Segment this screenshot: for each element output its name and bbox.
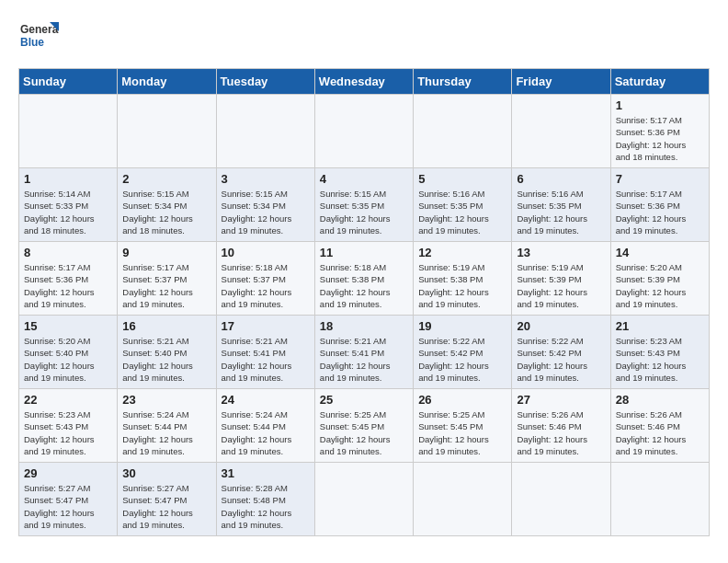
day-number: 1 xyxy=(616,98,704,112)
day-number: 21 xyxy=(616,319,704,333)
day-number: 10 xyxy=(222,246,310,259)
calendar-cell: 3Sunrise: 5:15 AM Sunset: 5:34 PM Daylig… xyxy=(216,168,314,242)
day-info: Sunrise: 5:22 AM Sunset: 5:42 PM Dayligh… xyxy=(418,335,506,384)
day-info: Sunrise: 5:19 AM Sunset: 5:38 PM Dayligh… xyxy=(418,261,506,310)
day-number: 19 xyxy=(418,319,506,333)
page-header: General Blue xyxy=(18,18,710,59)
day-info: Sunrise: 5:26 AM Sunset: 5:46 PM Dayligh… xyxy=(616,408,704,457)
day-header-saturday: Saturday xyxy=(610,69,709,95)
day-info: Sunrise: 5:17 AM Sunset: 5:36 PM Dayligh… xyxy=(616,188,704,236)
calendar-cell: 13Sunrise: 5:19 AM Sunset: 5:39 PM Dayli… xyxy=(512,242,610,316)
day-info: Sunrise: 5:21 AM Sunset: 5:41 PM Dayligh… xyxy=(320,335,408,384)
day-info: Sunrise: 5:18 AM Sunset: 5:37 PM Dayligh… xyxy=(222,261,310,310)
calendar-cell xyxy=(314,95,413,168)
day-number: 18 xyxy=(320,319,408,333)
day-number: 20 xyxy=(517,319,605,333)
day-info: Sunrise: 5:24 AM Sunset: 5:44 PM Dayligh… xyxy=(222,408,310,457)
day-number: 15 xyxy=(24,319,112,333)
day-header-friday: Friday xyxy=(512,69,610,95)
day-number: 6 xyxy=(517,172,605,186)
calendar-week-row: 15Sunrise: 5:20 AM Sunset: 5:40 PM Dayli… xyxy=(19,316,710,389)
calendar-cell: 31Sunrise: 5:28 AM Sunset: 5:48 PM Dayli… xyxy=(216,463,314,536)
day-info: Sunrise: 5:28 AM Sunset: 5:48 PM Dayligh… xyxy=(222,482,310,531)
day-number: 14 xyxy=(616,246,704,259)
day-info: Sunrise: 5:22 AM Sunset: 5:42 PM Dayligh… xyxy=(517,335,605,384)
day-info: Sunrise: 5:19 AM Sunset: 5:39 PM Dayligh… xyxy=(517,261,605,310)
day-number: 1 xyxy=(24,172,112,186)
day-number: 3 xyxy=(222,172,310,186)
calendar-cell: 17Sunrise: 5:21 AM Sunset: 5:41 PM Dayli… xyxy=(216,316,314,389)
day-info: Sunrise: 5:17 AM Sunset: 5:36 PM Dayligh… xyxy=(24,261,112,310)
calendar-cell xyxy=(19,95,118,168)
day-number: 30 xyxy=(122,466,210,480)
calendar-cell: 14Sunrise: 5:20 AM Sunset: 5:39 PM Dayli… xyxy=(610,242,709,316)
calendar-week-row: 29Sunrise: 5:27 AM Sunset: 5:47 PM Dayli… xyxy=(19,463,710,536)
day-info: Sunrise: 5:17 AM Sunset: 5:37 PM Dayligh… xyxy=(122,261,210,310)
day-header-thursday: Thursday xyxy=(414,69,512,95)
calendar-cell: 16Sunrise: 5:21 AM Sunset: 5:40 PM Dayli… xyxy=(118,316,216,389)
calendar-cell: 22Sunrise: 5:23 AM Sunset: 5:43 PM Dayli… xyxy=(19,389,118,463)
day-number: 8 xyxy=(24,246,112,259)
day-info: Sunrise: 5:24 AM Sunset: 5:44 PM Dayligh… xyxy=(122,408,210,457)
calendar-cell xyxy=(610,463,709,536)
calendar-cell xyxy=(512,95,610,168)
day-number: 28 xyxy=(616,393,704,407)
day-number: 2 xyxy=(122,172,210,186)
day-info: Sunrise: 5:27 AM Sunset: 5:47 PM Dayligh… xyxy=(122,482,210,531)
day-info: Sunrise: 5:15 AM Sunset: 5:34 PM Dayligh… xyxy=(122,188,210,236)
calendar-cell: 28Sunrise: 5:26 AM Sunset: 5:46 PM Dayli… xyxy=(610,389,709,463)
day-number: 22 xyxy=(24,393,112,407)
day-header-sunday: Sunday xyxy=(19,69,118,95)
calendar-cell: 11Sunrise: 5:18 AM Sunset: 5:38 PM Dayli… xyxy=(314,242,413,316)
day-number: 16 xyxy=(122,319,210,333)
day-info: Sunrise: 5:23 AM Sunset: 5:43 PM Dayligh… xyxy=(24,408,112,457)
day-info: Sunrise: 5:23 AM Sunset: 5:43 PM Dayligh… xyxy=(616,335,704,384)
calendar-cell xyxy=(414,463,512,536)
calendar-cell: 27Sunrise: 5:26 AM Sunset: 5:46 PM Dayli… xyxy=(512,389,610,463)
day-header-tuesday: Tuesday xyxy=(216,69,314,95)
calendar-cell: 26Sunrise: 5:25 AM Sunset: 5:45 PM Dayli… xyxy=(414,389,512,463)
day-number: 4 xyxy=(320,172,408,186)
day-info: Sunrise: 5:25 AM Sunset: 5:45 PM Dayligh… xyxy=(418,408,506,457)
calendar-table: SundayMondayTuesdayWednesdayThursdayFrid… xyxy=(18,68,710,536)
calendar-cell: 25Sunrise: 5:25 AM Sunset: 5:45 PM Dayli… xyxy=(314,389,413,463)
calendar-body: 1Sunrise: 5:17 AM Sunset: 5:36 PM Daylig… xyxy=(19,95,710,536)
day-info: Sunrise: 5:17 AM Sunset: 5:36 PM Dayligh… xyxy=(616,114,704,163)
calendar-cell xyxy=(414,95,512,168)
day-number: 5 xyxy=(418,172,506,186)
calendar-cell: 1Sunrise: 5:17 AM Sunset: 5:36 PM Daylig… xyxy=(610,95,709,168)
day-number: 9 xyxy=(122,246,210,259)
calendar-week-row: 1Sunrise: 5:17 AM Sunset: 5:36 PM Daylig… xyxy=(19,95,710,168)
day-info: Sunrise: 5:20 AM Sunset: 5:39 PM Dayligh… xyxy=(616,261,704,310)
calendar-cell: 6Sunrise: 5:16 AM Sunset: 5:35 PM Daylig… xyxy=(512,168,610,242)
day-number: 25 xyxy=(320,393,408,407)
calendar-week-row: 8Sunrise: 5:17 AM Sunset: 5:36 PM Daylig… xyxy=(19,242,710,316)
calendar-week-row: 22Sunrise: 5:23 AM Sunset: 5:43 PM Dayli… xyxy=(19,389,710,463)
day-number: 27 xyxy=(517,393,605,407)
day-info: Sunrise: 5:20 AM Sunset: 5:40 PM Dayligh… xyxy=(24,335,112,384)
day-info: Sunrise: 5:18 AM Sunset: 5:38 PM Dayligh… xyxy=(320,261,408,310)
day-number: 26 xyxy=(418,393,506,407)
calendar-cell xyxy=(314,463,413,536)
day-number: 24 xyxy=(222,393,310,407)
day-number: 11 xyxy=(320,246,408,259)
day-number: 29 xyxy=(24,466,112,480)
calendar-cell: 30Sunrise: 5:27 AM Sunset: 5:47 PM Dayli… xyxy=(118,463,216,536)
calendar-cell: 23Sunrise: 5:24 AM Sunset: 5:44 PM Dayli… xyxy=(118,389,216,463)
calendar-cell: 21Sunrise: 5:23 AM Sunset: 5:43 PM Dayli… xyxy=(610,316,709,389)
day-info: Sunrise: 5:21 AM Sunset: 5:41 PM Dayligh… xyxy=(222,335,310,384)
day-info: Sunrise: 5:27 AM Sunset: 5:47 PM Dayligh… xyxy=(24,482,112,531)
day-number: 13 xyxy=(517,246,605,259)
calendar-cell: 12Sunrise: 5:19 AM Sunset: 5:38 PM Dayli… xyxy=(414,242,512,316)
calendar-cell: 15Sunrise: 5:20 AM Sunset: 5:40 PM Dayli… xyxy=(19,316,118,389)
calendar-cell: 5Sunrise: 5:16 AM Sunset: 5:35 PM Daylig… xyxy=(414,168,512,242)
calendar-header-row: SundayMondayTuesdayWednesdayThursdayFrid… xyxy=(19,69,710,95)
day-info: Sunrise: 5:25 AM Sunset: 5:45 PM Dayligh… xyxy=(320,408,408,457)
calendar-cell: 4Sunrise: 5:15 AM Sunset: 5:35 PM Daylig… xyxy=(314,168,413,242)
day-info: Sunrise: 5:15 AM Sunset: 5:35 PM Dayligh… xyxy=(320,188,408,236)
calendar-cell: 2Sunrise: 5:15 AM Sunset: 5:34 PM Daylig… xyxy=(118,168,216,242)
calendar-cell: 1Sunrise: 5:14 AM Sunset: 5:33 PM Daylig… xyxy=(19,168,118,242)
calendar-cell: 24Sunrise: 5:24 AM Sunset: 5:44 PM Dayli… xyxy=(216,389,314,463)
svg-text:Blue: Blue xyxy=(20,36,44,49)
logo: General Blue xyxy=(18,18,59,59)
